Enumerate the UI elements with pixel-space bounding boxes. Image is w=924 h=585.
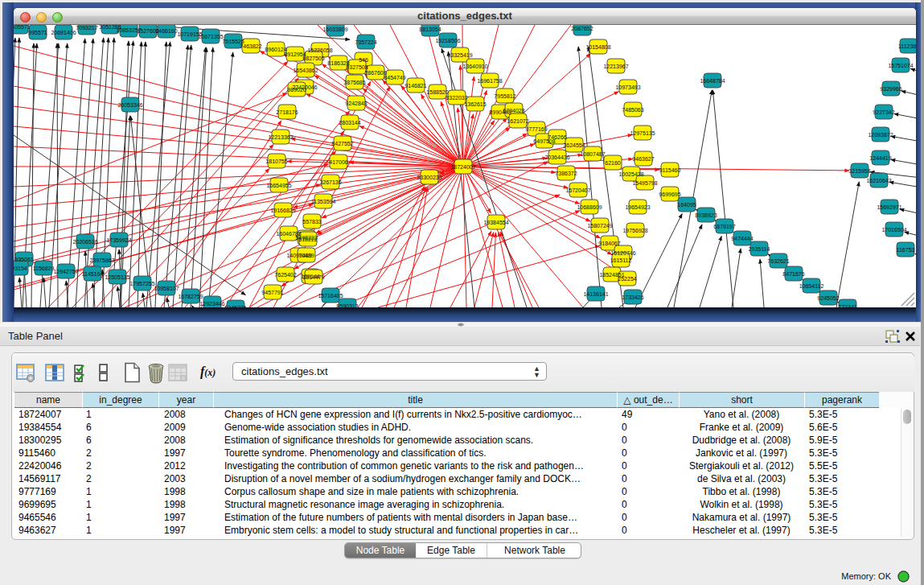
svg-text:16782759: 16782759 [178,294,203,299]
svg-text:818222: 818222 [298,237,317,242]
svg-text:10025438: 10025438 [618,171,643,177]
svg-text:989020: 989020 [287,87,306,93]
svg-text:20364436: 20364436 [544,154,569,160]
svg-text:19384554: 19384554 [483,220,508,225]
svg-text:7485063: 7485063 [622,107,643,113]
svg-text:1810755: 1810755 [265,159,287,164]
svg-text:12923446: 12923446 [199,301,224,307]
svg-text:3624554: 3624554 [563,142,585,148]
svg-text:1362615: 1362615 [464,101,486,107]
svg-text:1615112: 1615112 [610,257,632,263]
svg-text:16648784: 16648784 [700,78,725,84]
svg-text:417006: 417006 [329,159,347,165]
svg-text:17957255: 17957255 [129,281,154,286]
svg-text:8813054: 8813054 [419,27,441,32]
svg-text:8471676: 8471676 [782,271,804,277]
svg-text:1244419: 1244419 [869,155,891,161]
svg-text:13640910: 13640910 [462,64,487,69]
svg-text:14136141: 14136141 [583,291,608,297]
svg-text:8590313: 8590313 [336,303,358,308]
svg-text:18724007: 18724007 [450,164,475,170]
svg-text:8938923: 8938923 [695,212,717,218]
svg-text:70489: 70489 [298,253,314,258]
svg-text:7955812: 7955812 [494,93,515,99]
svg-text:23975867: 23975867 [89,257,114,263]
svg-text:10973493: 10973493 [615,84,640,90]
svg-text:12213967: 12213967 [603,64,628,69]
svg-text:15692971: 15692971 [877,204,901,210]
svg-text:9227342: 9227342 [873,109,894,115]
svg-text:746266: 746266 [548,134,566,140]
svg-text:16120746: 16120746 [610,250,635,256]
svg-text:7632621: 7632621 [767,258,789,264]
svg-text:9184067: 9184067 [598,241,620,246]
svg-text:7357224: 7357224 [355,39,376,45]
svg-text:1733426: 1733426 [622,295,643,300]
svg-text:7386372: 7386372 [555,171,577,176]
svg-text:93154: 93154 [14,266,27,271]
svg-text:1145194: 1145194 [82,271,104,277]
svg-text:26053346: 26053346 [117,102,142,108]
svg-text:2087652: 2087652 [571,26,593,31]
svg-text:1621072: 1621072 [507,118,528,124]
svg-text:15720407: 15720407 [565,187,590,193]
svg-text:116753: 116753 [897,247,915,253]
svg-text:9242848: 9242848 [345,101,367,106]
svg-text:8427552: 8427552 [331,141,353,146]
svg-text:3267130: 3267130 [319,179,341,185]
svg-text:1112385: 1112385 [898,43,916,49]
svg-text:16654955: 16654955 [266,183,291,188]
svg-text:9245225: 9245225 [224,305,246,308]
svg-text:16033809: 16033809 [322,27,347,32]
svg-text:19218506: 19218506 [435,38,460,43]
svg-text:15495798: 15495798 [632,180,657,186]
svg-text:10807487: 10807487 [580,151,605,157]
svg-text:12093872: 12093872 [868,132,893,138]
svg-text:23300233: 23300233 [417,175,441,180]
svg-text:9463627: 9463627 [632,156,654,162]
svg-text:9699695: 9699695 [659,192,680,197]
svg-text:11353594: 11353594 [311,199,336,204]
svg-text:19756928: 19756928 [622,228,647,233]
svg-text:995571: 995571 [28,30,47,35]
svg-text:12505135: 12505135 [105,274,129,280]
svg-text:2718176: 2718176 [276,109,298,115]
svg-text:9457791: 9457791 [261,290,283,295]
svg-text:7463822: 7463822 [240,43,261,49]
svg-text:8322037: 8322037 [446,95,467,101]
svg-text:10958107: 10958107 [154,286,179,291]
svg-text:19654923: 19654923 [625,204,650,210]
svg-text:6879197: 6879197 [713,224,735,229]
svg-text:1588520: 1588520 [426,89,448,95]
svg-text:19166829: 19166829 [270,208,295,213]
svg-text:20206536: 20206536 [72,239,97,245]
svg-text:10671355: 10671355 [198,34,223,39]
svg-text:15226058: 15226058 [307,47,332,53]
svg-text:164095: 164095 [677,202,696,208]
svg-text:20691406: 20691406 [51,30,76,35]
svg-text:6466160: 6466160 [155,28,177,34]
svg-text:10154808: 10154808 [585,44,610,50]
svg-text:2803144: 2803144 [339,120,360,126]
svg-text:772341: 772341 [838,304,856,308]
svg-text:6794028: 6794028 [503,108,524,113]
svg-text:16543862: 16543862 [293,68,318,73]
svg-text:8454749: 8454749 [384,75,405,80]
svg-text:15716485: 15716485 [318,293,343,299]
svg-text:12942757: 12942757 [53,269,78,274]
svg-text:935061: 935061 [14,257,33,262]
svg-text:62160: 62160 [605,160,621,166]
svg-text:7625402: 7625402 [274,272,296,278]
svg-text:557833: 557833 [302,219,321,225]
svg-text:10654112: 10654112 [799,283,824,289]
svg-text:2935114: 2935114 [749,246,770,252]
svg-text:3875685: 3875685 [343,80,365,85]
svg-text:7093217: 7093217 [76,25,97,31]
svg-text:9146821: 9146821 [405,83,426,89]
svg-text:9827505: 9827505 [302,56,324,61]
svg-text:9327508: 9327508 [346,64,368,70]
svg-text:252254: 252254 [618,276,636,282]
svg-text:15807249: 15807249 [587,223,612,229]
svg-text:9474444: 9474444 [731,236,753,241]
svg-text:15751074: 15751074 [888,63,913,68]
